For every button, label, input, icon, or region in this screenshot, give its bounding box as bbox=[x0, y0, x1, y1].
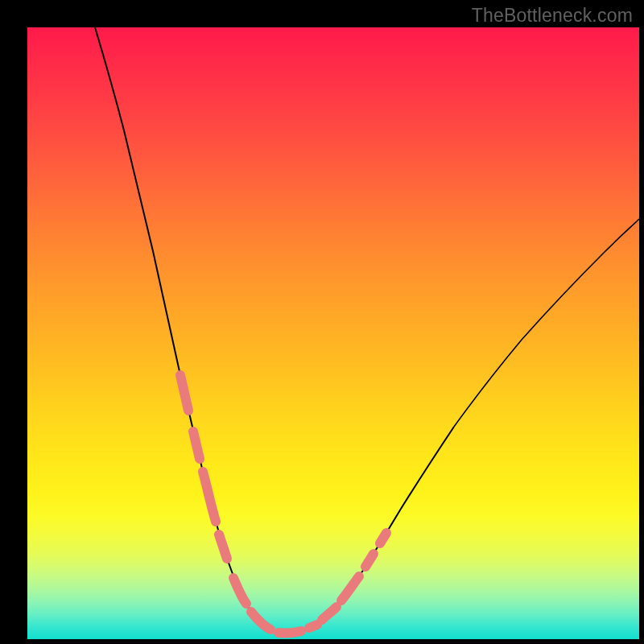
pink-seg-12 bbox=[380, 533, 386, 543]
pink-seg-3 bbox=[203, 472, 216, 522]
pink-seg-8 bbox=[309, 625, 317, 628]
pink-seg-10 bbox=[341, 576, 359, 601]
pink-seg-2 bbox=[193, 431, 200, 459]
plot-area bbox=[27, 27, 639, 639]
pink-seg-5 bbox=[233, 578, 246, 604]
pink-seg-9 bbox=[322, 607, 336, 620]
curve-left-branch bbox=[95, 27, 287, 634]
pink-seg-11 bbox=[365, 554, 374, 567]
pink-seg-6 bbox=[251, 612, 270, 630]
chart-frame: TheBottleneck.com bbox=[0, 0, 644, 644]
bottleneck-curve-svg bbox=[27, 27, 639, 639]
watermark-text: TheBottleneck.com bbox=[472, 5, 633, 27]
pink-seg-7 bbox=[279, 631, 301, 633]
pink-highlight-group bbox=[180, 375, 386, 633]
curve-right-branch-thin bbox=[454, 219, 639, 427]
curve-right-branch-thick bbox=[287, 427, 454, 634]
pink-seg-4 bbox=[219, 535, 227, 559]
pink-seg-1 bbox=[180, 375, 188, 411]
